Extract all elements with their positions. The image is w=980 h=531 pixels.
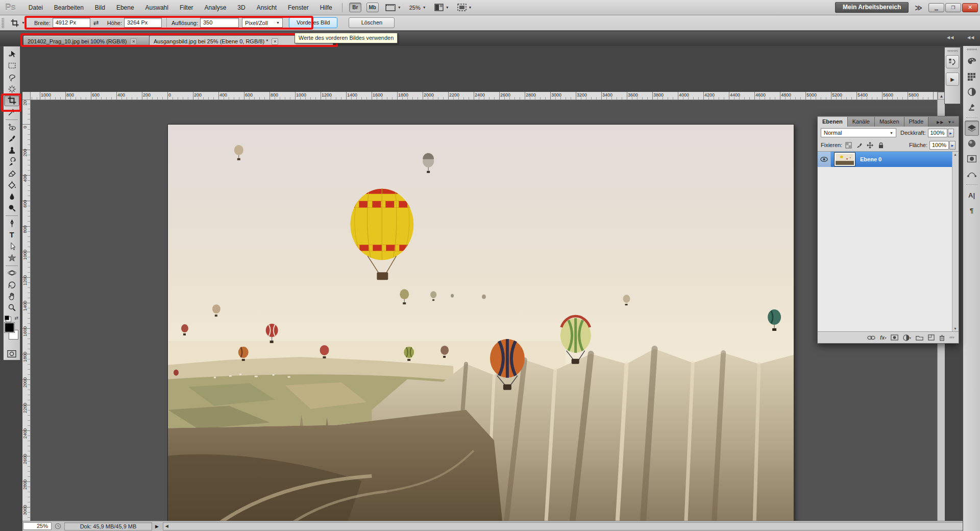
restore-button[interactable]: ❐ (945, 3, 961, 12)
tool-crop[interactable] (4, 95, 19, 107)
fill-spinner[interactable]: ▶ (949, 141, 955, 150)
scroll-up-icon[interactable]: ▲ (952, 153, 959, 156)
tool-custom-shape[interactable] (4, 252, 19, 264)
tool-3d-orbit[interactable] (4, 279, 19, 291)
paths-panel-icon[interactable] (965, 166, 979, 182)
menu-item[interactable]: 3D (232, 0, 251, 15)
styles-panel-icon[interactable] (965, 100, 979, 115)
menu-item[interactable]: Bearbeiten (48, 0, 89, 15)
masks-panel-icon[interactable] (965, 151, 979, 166)
foreground-color-chip[interactable] (5, 323, 14, 332)
lock-position-icon[interactable] (866, 141, 874, 149)
default-colors-icon[interactable] (5, 316, 9, 320)
document-size-info[interactable]: Dok: 45,9 MB/45,9 MB (64, 522, 152, 530)
blend-mode-select[interactable]: Normal ▼ (821, 128, 896, 137)
zoom-level-dropdown[interactable]: 25% ▼ (409, 5, 426, 11)
resolution-unit-select[interactable]: Pixel/Zoll ▼ (242, 18, 283, 28)
menu-item[interactable]: Ansicht (251, 0, 282, 15)
tool-eyedropper[interactable] (4, 106, 19, 118)
quick-mask-button[interactable] (4, 348, 19, 360)
tool-clone-stamp[interactable] (4, 144, 19, 156)
paragraph-panel-icon[interactable]: ¶ (965, 203, 979, 218)
tool-path-selection[interactable] (4, 240, 19, 252)
horizontal-scrollbar[interactable]: ◀ ▶ (163, 522, 980, 530)
lock-all-icon[interactable] (876, 141, 885, 149)
opacity-input[interactable]: 100% (928, 129, 947, 137)
tab-masken[interactable]: Masken (875, 117, 904, 127)
vertical-ruler[interactable]: 2000200400600800100012001400160018002000… (22, 100, 31, 531)
lock-transparency-icon[interactable] (844, 141, 853, 149)
tab-kanaele[interactable]: Kanäle (848, 117, 875, 127)
character-panel-icon[interactable]: A| (965, 187, 979, 203)
status-menu-arrow[interactable]: ▶ (155, 524, 159, 529)
tool-history-brush[interactable] (4, 156, 19, 168)
timing-icon[interactable] (53, 522, 62, 530)
link-layers-icon[interactable] (867, 335, 875, 340)
opacity-spinner[interactable]: ▶ (948, 129, 954, 137)
layers-panel-icon[interactable] (965, 120, 979, 136)
workspace-button[interactable]: Mein Arbeitsbereich (835, 2, 909, 13)
tool-move[interactable] (4, 49, 19, 60)
panel-grip[interactable] (947, 50, 958, 52)
document-canvas[interactable] (167, 124, 794, 531)
swap-dimensions-icon[interactable]: ⇄ (93, 19, 99, 27)
tool-3d-rotate[interactable] (4, 268, 19, 279)
fill-input[interactable]: 100% (929, 141, 949, 150)
scroll-left-icon[interactable]: ◀ (163, 523, 170, 530)
scroll-down-icon[interactable]: ▼ (952, 327, 959, 330)
tool-eraser[interactable] (4, 167, 19, 179)
add-mask-icon[interactable] (891, 334, 898, 341)
swap-colors-icon[interactable]: ⇄ (14, 316, 18, 321)
layer-list-scrollbar[interactable]: ▲ ▼ (952, 152, 959, 331)
tool-lasso[interactable] (4, 71, 19, 83)
collapse-dock-icon[interactable]: ◀◀ (967, 35, 974, 40)
collapse-dock-icon[interactable]: ◀◀ (947, 35, 954, 40)
tool-hand[interactable] (4, 291, 19, 302)
tab-close-icon[interactable]: ✕ (272, 38, 278, 45)
horizontal-ruler[interactable]: 1000800600400200020040060080010001200140… (31, 92, 937, 100)
workspace-overflow-chevrons[interactable]: ≫ (915, 4, 921, 12)
swatches-panel-icon[interactable] (965, 69, 979, 84)
canvas-area[interactable] (31, 100, 937, 531)
channels-panel-icon[interactable] (965, 136, 979, 151)
history-panel-button[interactable] (946, 55, 959, 68)
document-tab-1[interactable]: 201402_Prag_10.jpg bei 100% (RGB/8) ✕ (23, 36, 150, 46)
clear-button[interactable]: Löschen (349, 17, 395, 28)
tool-rectangular-marquee[interactable] (4, 60, 19, 72)
mini-bridge-button[interactable]: Mb (366, 3, 379, 12)
menu-item[interactable]: Ebene (111, 0, 140, 15)
layer-row-ebene0[interactable]: Ebene 0 (818, 152, 959, 167)
screen-mode-dropdown[interactable]: ▼ (457, 4, 472, 11)
tool-type[interactable]: T (4, 229, 19, 241)
crop-tool-preset[interactable]: ▼ (10, 18, 25, 28)
menu-item[interactable]: Bild (89, 0, 111, 15)
tool-pen[interactable] (4, 218, 19, 229)
layer-thumbnail[interactable] (835, 153, 855, 166)
tool-paint-bucket[interactable] (4, 179, 19, 191)
adjustment-layer-icon[interactable]: ▾ (903, 334, 911, 341)
tool-dodge[interactable] (4, 202, 19, 214)
width-input[interactable]: 4912 Px (53, 18, 90, 28)
close-button[interactable]: ✕ (962, 3, 978, 12)
collapse-panel-icon[interactable]: ▶▶ (937, 120, 944, 125)
lock-pixels-icon[interactable] (855, 141, 864, 149)
layer-visibility-toggle[interactable] (818, 152, 831, 167)
menu-item[interactable]: Auswahl (140, 0, 174, 15)
menu-item[interactable]: Datei (23, 0, 48, 15)
tool-quick-selection[interactable] (4, 83, 19, 95)
menu-item[interactable]: Filter (174, 0, 199, 15)
tool-blur[interactable] (4, 191, 19, 203)
status-zoom-input[interactable]: 25% (23, 522, 52, 530)
minimize-button[interactable]: ▁ (928, 3, 944, 12)
menu-item[interactable]: Hilfe (314, 0, 338, 15)
layer-style-icon[interactable]: fx▾ (880, 335, 886, 341)
ruler-corner[interactable] (22, 92, 31, 100)
height-input[interactable]: 3264 Px (124, 18, 162, 28)
tab-pfade[interactable]: Pfade (904, 117, 929, 127)
actions-panel-button[interactable]: ▶ (946, 73, 959, 86)
tab-close-icon[interactable]: ✕ (130, 38, 137, 45)
panel-grip[interactable] (2, 18, 4, 28)
resize-grip[interactable] (949, 336, 954, 339)
bridge-button[interactable]: Br (349, 3, 361, 12)
adjustments-panel-icon[interactable] (965, 84, 979, 100)
